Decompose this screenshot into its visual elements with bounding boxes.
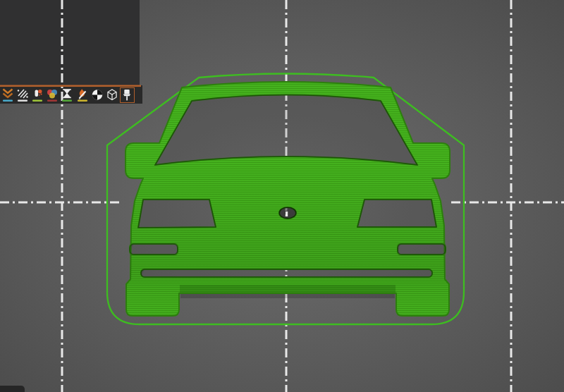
hole-line-glint — [286, 212, 288, 216]
viewport-scene — [0, 0, 564, 392]
left-headlight-cutout — [138, 200, 216, 228]
windshield-cutout — [155, 95, 417, 166]
right-headlight-cutout — [357, 200, 436, 227]
pencil-flame-icon — [75, 87, 90, 103]
hourglass-icon — [60, 87, 74, 103]
viewport-toolbar — [0, 87, 142, 104]
wireframe-cube-icon — [105, 87, 119, 103]
color-wheel-icon — [45, 87, 59, 103]
pencil-flame-button[interactable] — [75, 87, 90, 103]
slicer-3d-viewport[interactable] — [0, 0, 564, 392]
pin-plunger-icon — [120, 87, 134, 103]
left-signal-slot — [130, 244, 178, 255]
pin-plunger-button[interactable] — [120, 87, 135, 103]
scribble-hatch-icon — [16, 87, 30, 103]
corner-overlay — [0, 386, 25, 392]
right-signal-slot — [398, 244, 446, 255]
checker-disc-button[interactable] — [90, 87, 104, 103]
checker-disc-icon — [90, 87, 104, 103]
scribble-hatch-button[interactable] — [15, 87, 30, 103]
double-chevron-down-icon — [1, 87, 15, 103]
bumper-slot — [141, 269, 432, 277]
side-panel-collapsed — [0, 0, 140, 85]
spray-paint-icon — [30, 87, 44, 103]
model-group[interactable] — [125, 82, 450, 316]
spray-paint-button[interactable] — [30, 87, 44, 103]
double-chevron-down-button[interactable] — [0, 87, 15, 103]
color-wheel-button[interactable] — [45, 87, 60, 103]
bumper-lower-shading — [180, 285, 396, 293]
hourglass-button[interactable] — [60, 87, 75, 103]
model-shadow — [180, 293, 395, 298]
wireframe-cube-button[interactable] — [104, 87, 119, 103]
